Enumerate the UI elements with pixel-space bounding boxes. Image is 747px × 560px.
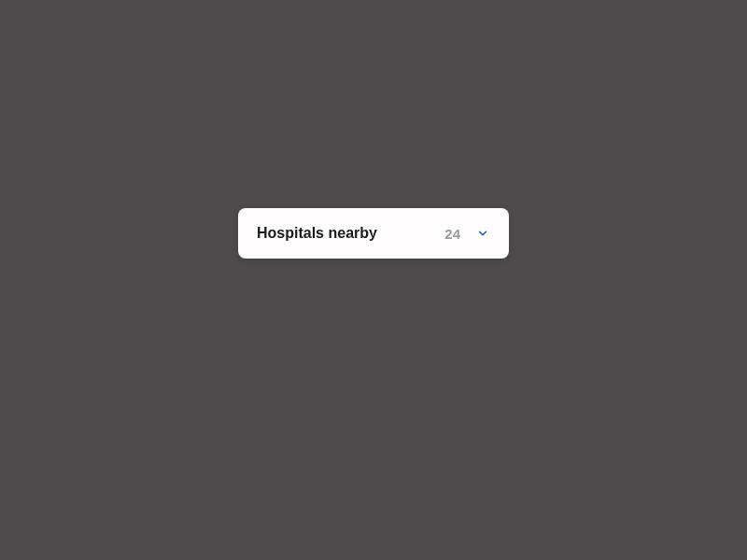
accordion-count: 24 [444, 226, 460, 242]
chevron-down-icon [475, 226, 490, 241]
accordion-header[interactable]: Hospitals nearby 24 [238, 208, 509, 259]
hospitals-nearby-accordion: Hospitals nearby 24 [238, 208, 509, 259]
accordion-title: Hospitals nearby [257, 225, 444, 242]
